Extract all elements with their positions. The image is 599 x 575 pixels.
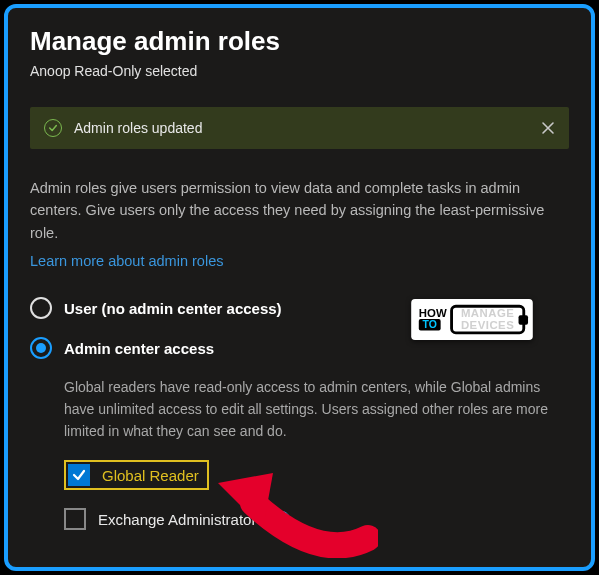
alert-message: Admin roles updated (74, 120, 202, 136)
checkbox-unchecked-icon (64, 508, 86, 530)
admin-center-description: Global readers have read-only access to … (64, 377, 569, 442)
checkbox-exchange-admin[interactable]: Exchange Administrator i (64, 508, 569, 530)
radio-icon-selected (30, 337, 52, 359)
radio-admin-center-access[interactable]: Admin center access (30, 337, 569, 359)
radio-label: Admin center access (64, 340, 214, 357)
success-alert: Admin roles updated (30, 107, 569, 149)
close-alert-button[interactable] (537, 117, 559, 139)
page-subtitle: Anoop Read-Only selected (30, 63, 569, 79)
checkbox-label: Exchange Administrator (98, 511, 256, 528)
checkbox-label: Global Reader (102, 467, 199, 484)
radio-label: User (no admin center access) (64, 300, 282, 317)
checkbox-checked-icon (68, 464, 90, 486)
info-icon[interactable]: i (274, 511, 290, 527)
roles-description: Admin roles give users permission to vie… (30, 177, 569, 244)
radio-icon (30, 297, 52, 319)
success-icon (44, 119, 62, 137)
checkbox-global-reader[interactable]: Global Reader (64, 460, 569, 490)
highlight-annotation: Global Reader (64, 460, 209, 490)
watermark-logo: HOW TO MANAGE DEVICES (412, 299, 533, 340)
page-title: Manage admin roles (30, 26, 569, 57)
learn-more-link[interactable]: Learn more about admin roles (30, 253, 223, 269)
admin-roles-panel: Manage admin roles Anoop Read-Only selec… (4, 4, 595, 571)
